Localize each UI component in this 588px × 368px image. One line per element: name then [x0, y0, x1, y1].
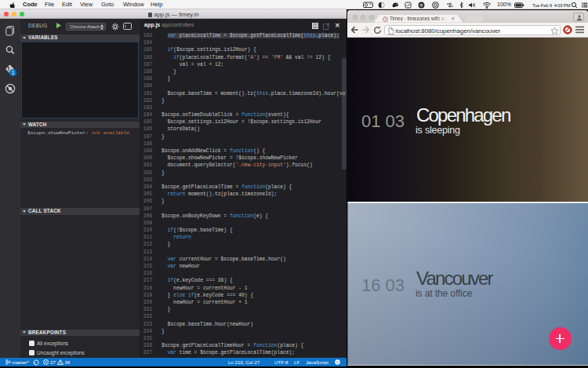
svg-text:1: 1 — [12, 70, 15, 75]
